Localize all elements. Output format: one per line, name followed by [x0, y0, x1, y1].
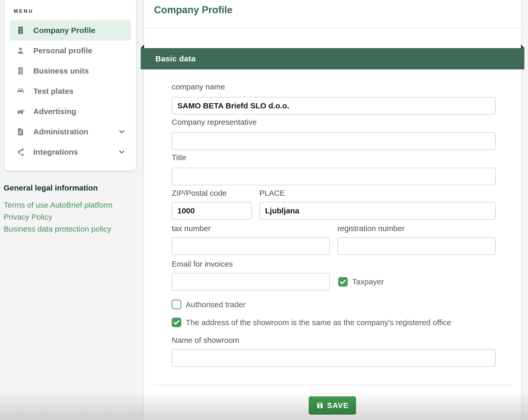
tax-number-label: tax number	[172, 224, 211, 233]
footer-divider	[153, 385, 512, 385]
sidebar-item-label: Business units	[33, 67, 89, 75]
person-icon	[16, 46, 25, 55]
title-label: Title	[172, 153, 186, 162]
car-icon	[16, 87, 25, 96]
sidebar-menu-card: MENU Company Profile Personal profile Bu…	[5, 0, 136, 170]
sidebar-item-label: Test plates	[33, 87, 74, 96]
basic-data-form: company name Company representative Titl…	[172, 0, 496, 420]
save-button-label: SAVE	[327, 401, 349, 410]
company-profile-page: MENU Company Profile Personal profile Bu…	[0, 0, 528, 420]
place-label: PLACE	[259, 188, 285, 198]
taxpayer-label: Taxpayer	[352, 277, 384, 286]
sidebar-item-business-units[interactable]: Business units	[9, 61, 131, 81]
building-icon	[16, 26, 25, 35]
legal-heading: General legal information	[4, 183, 134, 192]
company-name-input[interactable]	[172, 97, 496, 115]
company-representative-label: Company representative	[172, 117, 257, 127]
sidebar-item-integrations[interactable]: Integrations	[9, 142, 131, 162]
menu-list: Company Profile Personal profile Busines…	[9, 20, 131, 162]
authorised-trader-checkbox[interactable]: Authorised trader	[172, 300, 246, 309]
document-icon	[16, 127, 25, 136]
sidebar-item-label: Personal profile	[33, 46, 92, 55]
zip-input[interactable]	[172, 202, 252, 220]
registration-number-label: registration number	[337, 224, 404, 233]
chevron-down-icon[interactable]	[118, 128, 126, 136]
title-input[interactable]	[172, 168, 496, 185]
authorised-trader-label: Authorised trader	[186, 300, 246, 309]
sidebar-item-administration[interactable]: Administration	[9, 122, 131, 142]
taxpayer-checkbox[interactable]: Taxpayer	[338, 273, 384, 291]
building-icon	[16, 67, 25, 75]
legal-section: General legal information Terms of use A…	[4, 183, 134, 235]
place-input[interactable]	[259, 202, 496, 220]
share-icon	[16, 148, 25, 156]
business-data-protection-link[interactable]: Business data protection policy	[4, 223, 134, 235]
sidebar-item-advertising[interactable]: Advertising	[9, 101, 131, 122]
sidebar-item-label: Integrations	[33, 148, 78, 156]
showroom-same-address-label: The address of the showroom is the same …	[186, 318, 451, 327]
ribbon-fold-left	[141, 44, 144, 48]
sidebar-item-company-profile[interactable]: Company Profile	[9, 20, 131, 41]
company-representative-input[interactable]	[172, 132, 496, 150]
sidebar-item-label: Advertising	[33, 107, 76, 116]
sidebar-item-personal-profile[interactable]: Personal profile	[9, 41, 131, 61]
checkbox-icon	[172, 300, 181, 309]
name-of-showroom-label: Name of showroom	[172, 336, 239, 345]
sidebar-item-label: Administration	[33, 127, 88, 136]
privacy-policy-link[interactable]: Privacy Policy	[4, 211, 134, 223]
showroom-same-address-checkbox[interactable]: The address of the showroom is the same …	[172, 318, 451, 327]
email-for-invoices-label: Email for invoices	[172, 259, 233, 269]
sidebar-item-label: Company Profile	[33, 26, 95, 35]
menu-title: MENU	[14, 8, 131, 14]
ribbon-fold-right	[521, 44, 524, 48]
save-floppy-icon	[316, 402, 324, 409]
terms-of-use-link[interactable]: Terms of use AutoBrief platform	[4, 199, 134, 211]
email-for-invoices-input[interactable]	[172, 273, 330, 291]
chevron-down-icon[interactable]	[118, 148, 126, 156]
checkbox-icon	[338, 277, 348, 287]
main-content-card: Company Profile Basic data company name …	[144, 0, 521, 420]
company-name-label: company name	[172, 82, 225, 91]
registration-number-input[interactable]	[337, 237, 496, 255]
zip-label: ZIP/Postal code	[172, 188, 227, 198]
megaphone-icon	[16, 107, 25, 116]
sidebar-item-test-plates[interactable]: Test plates	[9, 81, 131, 101]
save-button[interactable]: SAVE	[309, 396, 356, 415]
tax-number-input[interactable]	[172, 237, 330, 255]
checkbox-icon	[172, 318, 181, 327]
name-of-showroom-input[interactable]	[172, 349, 496, 367]
